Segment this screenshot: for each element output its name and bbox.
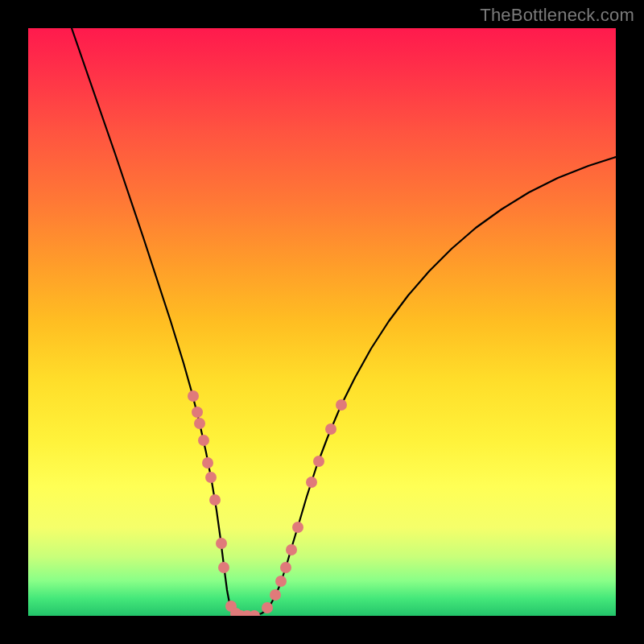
data-dot	[286, 544, 297, 555]
data-dot	[292, 522, 303, 533]
data-dot	[336, 399, 347, 411]
data-dot	[306, 477, 317, 488]
data-dot	[313, 456, 324, 467]
data-dot	[275, 576, 287, 587]
data-dot	[262, 602, 273, 613]
data-dot	[188, 390, 199, 402]
data-dot	[325, 423, 336, 435]
data-dot	[205, 472, 217, 483]
data-dot	[194, 418, 205, 429]
data-dot	[198, 435, 209, 446]
data-dot	[216, 538, 227, 549]
plot-area	[28, 28, 616, 616]
chart-frame: TheBottleneck.com	[0, 0, 644, 644]
data-dot	[280, 562, 291, 573]
watermark-text: TheBottleneck.com	[480, 5, 634, 26]
data-dot	[202, 457, 213, 469]
data-dot	[192, 407, 203, 418]
data-dot	[218, 562, 229, 573]
data-dot	[209, 494, 221, 506]
data-dots-layer	[28, 28, 616, 616]
data-dot	[270, 589, 281, 601]
data-dot	[249, 610, 260, 616]
